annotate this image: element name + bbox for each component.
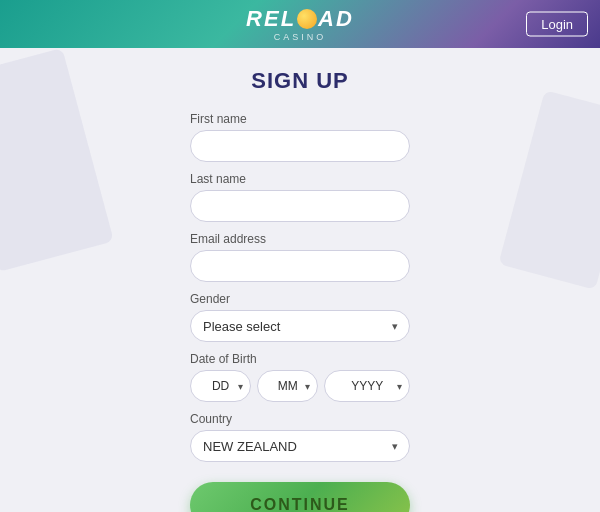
logo-coin-icon <box>297 9 317 29</box>
last-name-label: Last name <box>190 172 410 186</box>
email-label: Email address <box>190 232 410 246</box>
dob-month-wrapper: MM ▾ <box>257 370 318 402</box>
dob-month-select[interactable]: MM <box>257 370 318 402</box>
country-label: Country <box>190 412 410 426</box>
dob-year-wrapper: YYYY ▾ <box>324 370 410 402</box>
page-title: SIGN UP <box>251 68 348 94</box>
header: RELAD CASINO Login <box>0 0 600 48</box>
gender-select-wrapper: Please select Male Female Other ▾ <box>190 310 410 342</box>
logo-text: RELAD <box>246 6 354 32</box>
first-name-input[interactable] <box>190 130 410 162</box>
dob-day-wrapper: DD ▾ <box>190 370 251 402</box>
dob-day-select[interactable]: DD <box>190 370 251 402</box>
gender-select[interactable]: Please select Male Female Other <box>190 310 410 342</box>
login-button[interactable]: Login <box>526 12 588 37</box>
continue-button[interactable]: CONTINUE <box>190 482 410 512</box>
gender-field-group: Gender Please select Male Female Other ▾ <box>190 292 410 342</box>
logo-subtitle: CASINO <box>274 32 327 42</box>
logo-part2: AD <box>318 6 354 32</box>
last-name-input[interactable] <box>190 190 410 222</box>
dob-row: DD ▾ MM ▾ YYYY ▾ <box>190 370 410 402</box>
last-name-field-group: Last name <box>190 172 410 222</box>
main-content: SIGN UP First name Last name Email addre… <box>0 48 600 512</box>
country-field-group: Country NEW ZEALAND AUSTRALIA UNITED STA… <box>190 412 410 462</box>
logo-part1: REL <box>246 6 296 32</box>
country-select-wrapper: NEW ZEALAND AUSTRALIA UNITED STATES ▾ <box>190 430 410 462</box>
logo: RELAD CASINO <box>246 6 354 42</box>
first-name-field-group: First name <box>190 112 410 162</box>
signup-form: First name Last name Email address Gende… <box>190 112 410 512</box>
dob-label: Date of Birth <box>190 352 410 366</box>
dob-year-select[interactable]: YYYY <box>324 370 410 402</box>
email-field-group: Email address <box>190 232 410 282</box>
country-select[interactable]: NEW ZEALAND AUSTRALIA UNITED STATES <box>190 430 410 462</box>
first-name-label: First name <box>190 112 410 126</box>
email-input[interactable] <box>190 250 410 282</box>
dob-field-group: Date of Birth DD ▾ MM ▾ YYYY <box>190 352 410 402</box>
gender-label: Gender <box>190 292 410 306</box>
